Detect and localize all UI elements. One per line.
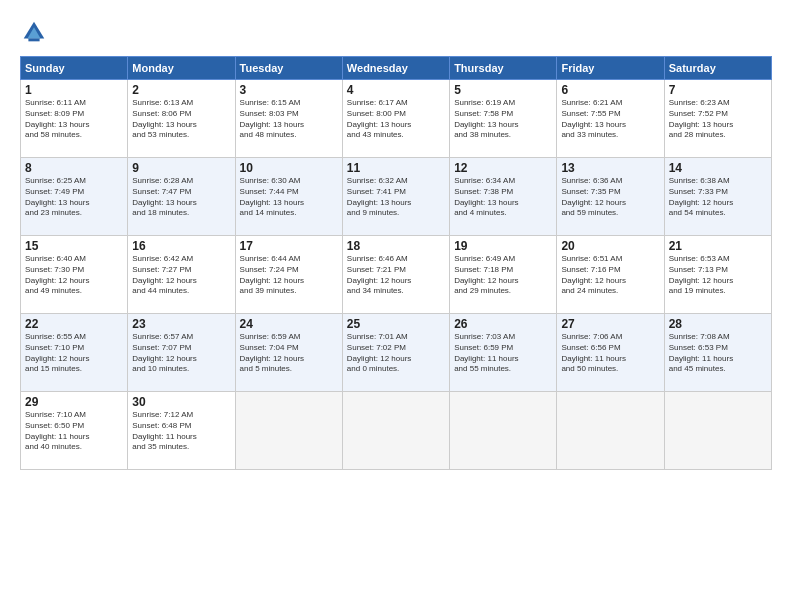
calendar-body: 1Sunrise: 6:11 AM Sunset: 8:09 PM Daylig… — [21, 80, 772, 470]
day-cell: 29Sunrise: 7:10 AM Sunset: 6:50 PM Dayli… — [21, 392, 128, 470]
day-number: 21 — [669, 239, 767, 253]
logo — [20, 18, 52, 46]
day-cell: 20Sunrise: 6:51 AM Sunset: 7:16 PM Dayli… — [557, 236, 664, 314]
day-cell: 10Sunrise: 6:30 AM Sunset: 7:44 PM Dayli… — [235, 158, 342, 236]
week-row-1: 1Sunrise: 6:11 AM Sunset: 8:09 PM Daylig… — [21, 80, 772, 158]
day-cell: 8Sunrise: 6:25 AM Sunset: 7:49 PM Daylig… — [21, 158, 128, 236]
day-info: Sunrise: 6:36 AM Sunset: 7:35 PM Dayligh… — [561, 176, 659, 219]
day-cell: 7Sunrise: 6:23 AM Sunset: 7:52 PM Daylig… — [664, 80, 771, 158]
day-cell: 15Sunrise: 6:40 AM Sunset: 7:30 PM Dayli… — [21, 236, 128, 314]
day-cell: 23Sunrise: 6:57 AM Sunset: 7:07 PM Dayli… — [128, 314, 235, 392]
day-info: Sunrise: 7:10 AM Sunset: 6:50 PM Dayligh… — [25, 410, 123, 453]
day-number: 19 — [454, 239, 552, 253]
day-cell: 24Sunrise: 6:59 AM Sunset: 7:04 PM Dayli… — [235, 314, 342, 392]
header-cell-tuesday: Tuesday — [235, 57, 342, 80]
day-number: 10 — [240, 161, 338, 175]
day-info: Sunrise: 7:08 AM Sunset: 6:53 PM Dayligh… — [669, 332, 767, 375]
day-cell: 4Sunrise: 6:17 AM Sunset: 8:00 PM Daylig… — [342, 80, 449, 158]
day-info: Sunrise: 6:25 AM Sunset: 7:49 PM Dayligh… — [25, 176, 123, 219]
day-cell: 16Sunrise: 6:42 AM Sunset: 7:27 PM Dayli… — [128, 236, 235, 314]
day-info: Sunrise: 6:38 AM Sunset: 7:33 PM Dayligh… — [669, 176, 767, 219]
day-number: 28 — [669, 317, 767, 331]
day-info: Sunrise: 6:15 AM Sunset: 8:03 PM Dayligh… — [240, 98, 338, 141]
day-info: Sunrise: 6:51 AM Sunset: 7:16 PM Dayligh… — [561, 254, 659, 297]
day-cell: 3Sunrise: 6:15 AM Sunset: 8:03 PM Daylig… — [235, 80, 342, 158]
day-info: Sunrise: 7:01 AM Sunset: 7:02 PM Dayligh… — [347, 332, 445, 375]
header — [20, 18, 772, 46]
day-info: Sunrise: 6:49 AM Sunset: 7:18 PM Dayligh… — [454, 254, 552, 297]
header-cell-sunday: Sunday — [21, 57, 128, 80]
day-cell — [557, 392, 664, 470]
day-cell: 1Sunrise: 6:11 AM Sunset: 8:09 PM Daylig… — [21, 80, 128, 158]
day-number: 18 — [347, 239, 445, 253]
day-cell: 5Sunrise: 6:19 AM Sunset: 7:58 PM Daylig… — [450, 80, 557, 158]
day-cell: 12Sunrise: 6:34 AM Sunset: 7:38 PM Dayli… — [450, 158, 557, 236]
day-info: Sunrise: 6:46 AM Sunset: 7:21 PM Dayligh… — [347, 254, 445, 297]
day-number: 24 — [240, 317, 338, 331]
day-number: 22 — [25, 317, 123, 331]
logo-icon — [20, 18, 48, 46]
day-info: Sunrise: 6:30 AM Sunset: 7:44 PM Dayligh… — [240, 176, 338, 219]
header-cell-thursday: Thursday — [450, 57, 557, 80]
day-cell: 25Sunrise: 7:01 AM Sunset: 7:02 PM Dayli… — [342, 314, 449, 392]
day-info: Sunrise: 7:06 AM Sunset: 6:56 PM Dayligh… — [561, 332, 659, 375]
day-cell — [235, 392, 342, 470]
day-number: 9 — [132, 161, 230, 175]
week-row-2: 8Sunrise: 6:25 AM Sunset: 7:49 PM Daylig… — [21, 158, 772, 236]
day-info: Sunrise: 6:23 AM Sunset: 7:52 PM Dayligh… — [669, 98, 767, 141]
day-info: Sunrise: 6:57 AM Sunset: 7:07 PM Dayligh… — [132, 332, 230, 375]
day-number: 4 — [347, 83, 445, 97]
day-info: Sunrise: 6:11 AM Sunset: 8:09 PM Dayligh… — [25, 98, 123, 141]
day-number: 3 — [240, 83, 338, 97]
day-number: 13 — [561, 161, 659, 175]
calendar-header: SundayMondayTuesdayWednesdayThursdayFrid… — [21, 57, 772, 80]
day-info: Sunrise: 7:03 AM Sunset: 6:59 PM Dayligh… — [454, 332, 552, 375]
day-cell: 11Sunrise: 6:32 AM Sunset: 7:41 PM Dayli… — [342, 158, 449, 236]
header-cell-wednesday: Wednesday — [342, 57, 449, 80]
day-cell: 18Sunrise: 6:46 AM Sunset: 7:21 PM Dayli… — [342, 236, 449, 314]
day-number: 15 — [25, 239, 123, 253]
day-number: 1 — [25, 83, 123, 97]
day-info: Sunrise: 6:44 AM Sunset: 7:24 PM Dayligh… — [240, 254, 338, 297]
day-cell: 22Sunrise: 6:55 AM Sunset: 7:10 PM Dayli… — [21, 314, 128, 392]
day-cell — [342, 392, 449, 470]
day-cell — [450, 392, 557, 470]
day-info: Sunrise: 6:40 AM Sunset: 7:30 PM Dayligh… — [25, 254, 123, 297]
svg-rect-2 — [28, 39, 39, 42]
week-row-5: 29Sunrise: 7:10 AM Sunset: 6:50 PM Dayli… — [21, 392, 772, 470]
header-cell-monday: Monday — [128, 57, 235, 80]
day-number: 17 — [240, 239, 338, 253]
day-number: 6 — [561, 83, 659, 97]
day-cell — [664, 392, 771, 470]
day-cell: 27Sunrise: 7:06 AM Sunset: 6:56 PM Dayli… — [557, 314, 664, 392]
day-info: Sunrise: 7:12 AM Sunset: 6:48 PM Dayligh… — [132, 410, 230, 453]
header-row: SundayMondayTuesdayWednesdayThursdayFrid… — [21, 57, 772, 80]
day-number: 14 — [669, 161, 767, 175]
day-number: 5 — [454, 83, 552, 97]
page: SundayMondayTuesdayWednesdayThursdayFrid… — [0, 0, 792, 612]
day-number: 30 — [132, 395, 230, 409]
day-info: Sunrise: 6:34 AM Sunset: 7:38 PM Dayligh… — [454, 176, 552, 219]
day-number: 16 — [132, 239, 230, 253]
day-number: 2 — [132, 83, 230, 97]
day-cell: 28Sunrise: 7:08 AM Sunset: 6:53 PM Dayli… — [664, 314, 771, 392]
day-info: Sunrise: 6:19 AM Sunset: 7:58 PM Dayligh… — [454, 98, 552, 141]
day-info: Sunrise: 6:13 AM Sunset: 8:06 PM Dayligh… — [132, 98, 230, 141]
calendar-table: SundayMondayTuesdayWednesdayThursdayFrid… — [20, 56, 772, 470]
day-cell: 21Sunrise: 6:53 AM Sunset: 7:13 PM Dayli… — [664, 236, 771, 314]
header-cell-friday: Friday — [557, 57, 664, 80]
day-info: Sunrise: 6:42 AM Sunset: 7:27 PM Dayligh… — [132, 254, 230, 297]
day-number: 12 — [454, 161, 552, 175]
day-info: Sunrise: 6:53 AM Sunset: 7:13 PM Dayligh… — [669, 254, 767, 297]
day-number: 25 — [347, 317, 445, 331]
day-cell: 2Sunrise: 6:13 AM Sunset: 8:06 PM Daylig… — [128, 80, 235, 158]
day-cell: 30Sunrise: 7:12 AM Sunset: 6:48 PM Dayli… — [128, 392, 235, 470]
day-info: Sunrise: 6:55 AM Sunset: 7:10 PM Dayligh… — [25, 332, 123, 375]
day-info: Sunrise: 6:21 AM Sunset: 7:55 PM Dayligh… — [561, 98, 659, 141]
day-cell: 26Sunrise: 7:03 AM Sunset: 6:59 PM Dayli… — [450, 314, 557, 392]
day-number: 29 — [25, 395, 123, 409]
day-cell: 13Sunrise: 6:36 AM Sunset: 7:35 PM Dayli… — [557, 158, 664, 236]
day-number: 23 — [132, 317, 230, 331]
day-number: 8 — [25, 161, 123, 175]
day-cell: 17Sunrise: 6:44 AM Sunset: 7:24 PM Dayli… — [235, 236, 342, 314]
